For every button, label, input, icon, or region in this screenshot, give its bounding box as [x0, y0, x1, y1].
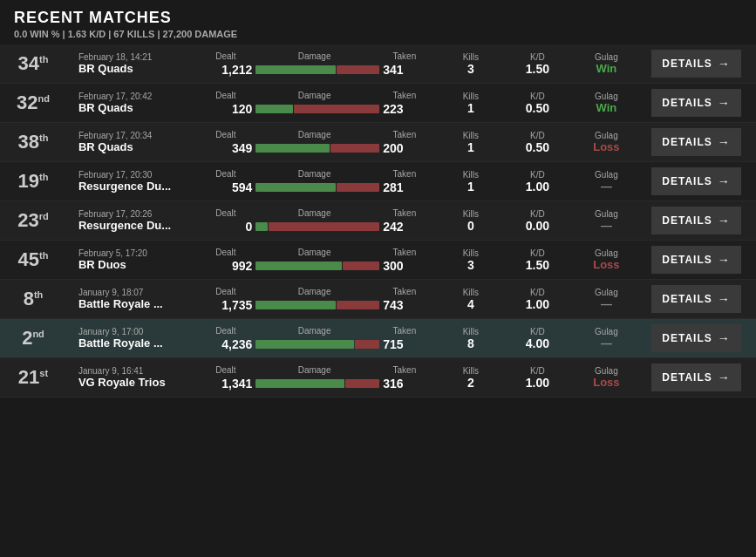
details-cell[interactable]: DETAILS → — [644, 84, 756, 123]
damage-bar — [255, 301, 379, 309]
details-cell[interactable]: DETAILS → — [644, 319, 756, 358]
details-button[interactable]: DETAILS → — [651, 324, 740, 352]
damage-section: Dealt Damage Taken 4,236 715 — [208, 319, 439, 358]
match-info: January 9, 18:07 Battle Royale ... — [72, 280, 208, 319]
kd-cell: K/D 0.50 — [507, 84, 574, 123]
kd-cell: K/D 1.00 — [507, 280, 574, 319]
dealt-label: Dealt — [215, 208, 235, 218]
match-info: January 9, 16:41 VG Royale Trios — [72, 358, 208, 397]
dealt-label: Dealt — [215, 248, 235, 257]
kd-cell: K/D 1.50 — [507, 241, 574, 280]
details-label: DETAILS — [662, 293, 712, 305]
damage-bar — [255, 262, 379, 270]
kd-cell: K/D 1.00 — [507, 162, 574, 201]
damage-bar — [255, 379, 379, 388]
gulag-cell: Gulag Loss — [573, 241, 644, 280]
taken-label: Taken — [393, 365, 417, 375]
details-button[interactable]: DETAILS → — [651, 363, 740, 391]
gulag-cell: Gulag Loss — [573, 358, 644, 397]
damage-label: Damage — [298, 169, 331, 179]
dealt-value: 120 — [215, 102, 252, 116]
placement: 8th — [0, 280, 72, 319]
taken-value: 223 — [383, 102, 416, 116]
taken-label: Taken — [393, 326, 417, 336]
table-row: 2nd January 9, 17:00 Battle Royale ... D… — [0, 319, 756, 358]
matches-table: 34th February 18, 14:21 BR Quads Dealt D… — [0, 44, 756, 397]
dealt-value: 992 — [215, 259, 252, 273]
details-label: DETAILS — [662, 214, 712, 227]
details-label: DETAILS — [662, 332, 712, 344]
table-row: 21st January 9, 16:41 VG Royale Trios De… — [0, 358, 756, 397]
placement: 19th — [0, 162, 72, 201]
details-cell[interactable]: DETAILS → — [644, 44, 756, 84]
page-title: RECENT MATCHES — [14, 9, 742, 27]
taken-value: 341 — [383, 63, 416, 77]
details-label: DETAILS — [662, 371, 712, 384]
details-label: DETAILS — [662, 254, 712, 266]
taken-value: 316 — [383, 377, 416, 391]
dealt-value: 1,341 — [215, 377, 252, 391]
details-button[interactable]: DETAILS → — [651, 285, 740, 313]
details-cell[interactable]: DETAILS → — [644, 123, 756, 162]
kd-cell: K/D 0.50 — [507, 123, 574, 162]
dealt-label: Dealt — [215, 326, 235, 336]
match-info: February 17, 20:30 Resurgence Du... — [72, 162, 208, 201]
match-info: February 5, 17:20 BR Duos — [72, 241, 208, 280]
placement: 34th — [0, 44, 72, 84]
taken-value: 715 — [383, 337, 416, 351]
dealt-value: 349 — [215, 141, 252, 155]
damage-bar — [255, 65, 379, 74]
details-button[interactable]: DETAILS → — [651, 167, 740, 195]
gulag-cell: Gulag Win — [573, 84, 644, 123]
damage-section: Dealt Damage Taken 0 242 — [208, 201, 439, 241]
details-cell[interactable]: DETAILS → — [644, 358, 756, 397]
gulag-cell: Gulag — — [573, 319, 644, 358]
placement: 21st — [0, 358, 72, 397]
arrow-icon: → — [718, 174, 731, 188]
gulag-cell: Gulag — — [573, 280, 644, 319]
dealt-label: Dealt — [215, 169, 235, 179]
kills-cell: Kills 1 — [439, 123, 507, 162]
damage-section: Dealt Damage Taken 1,341 316 — [208, 358, 439, 397]
taken-label: Taken — [393, 287, 417, 296]
match-info: January 9, 17:00 Battle Royale ... — [72, 319, 208, 358]
kd-cell: K/D 4.00 — [507, 319, 574, 358]
damage-bar — [255, 183, 379, 192]
arrow-icon: → — [718, 292, 731, 306]
gulag-cell: Gulag Win — [573, 44, 644, 84]
placement: 45th — [0, 241, 72, 280]
dealt-value: 4,236 — [215, 337, 252, 351]
damage-label: Damage — [298, 326, 331, 336]
arrow-icon: → — [718, 57, 731, 71]
table-row: 45th February 5, 17:20 BR Duos Dealt Dam… — [0, 241, 756, 280]
gulag-cell: Gulag — — [573, 201, 644, 241]
details-button[interactable]: DETAILS → — [651, 89, 740, 117]
kills-cell: Kills 3 — [439, 44, 507, 84]
details-cell[interactable]: DETAILS → — [644, 162, 756, 201]
details-button[interactable]: DETAILS → — [651, 50, 740, 78]
dealt-label: Dealt — [215, 365, 235, 375]
gulag-cell: Gulag Loss — [573, 123, 644, 162]
details-cell[interactable]: DETAILS → — [644, 241, 756, 280]
details-cell[interactable]: DETAILS → — [644, 201, 756, 241]
damage-label: Damage — [298, 208, 331, 218]
kills-cell: Kills 4 — [439, 280, 507, 319]
arrow-icon: → — [718, 135, 731, 149]
damage-section: Dealt Damage Taken 1,735 743 — [208, 280, 439, 319]
kills-cell: Kills 8 — [439, 319, 507, 358]
damage-bar — [255, 222, 379, 231]
arrow-icon: → — [718, 253, 731, 267]
details-button[interactable]: DETAILS → — [651, 207, 740, 234]
table-row: 34th February 18, 14:21 BR Quads Dealt D… — [0, 44, 756, 84]
details-cell[interactable]: DETAILS → — [644, 280, 756, 319]
taken-value: 242 — [383, 220, 416, 234]
taken-value: 281 — [383, 180, 416, 194]
gulag-cell: Gulag — — [573, 162, 644, 201]
dealt-label: Dealt — [215, 287, 235, 296]
damage-bar — [255, 144, 379, 153]
damage-section: Dealt Damage Taken 349 200 — [208, 123, 439, 162]
details-button[interactable]: DETAILS → — [651, 246, 740, 274]
dealt-label: Dealt — [215, 91, 235, 100]
arrow-icon: → — [718, 96, 731, 110]
details-button[interactable]: DETAILS → — [651, 128, 740, 156]
